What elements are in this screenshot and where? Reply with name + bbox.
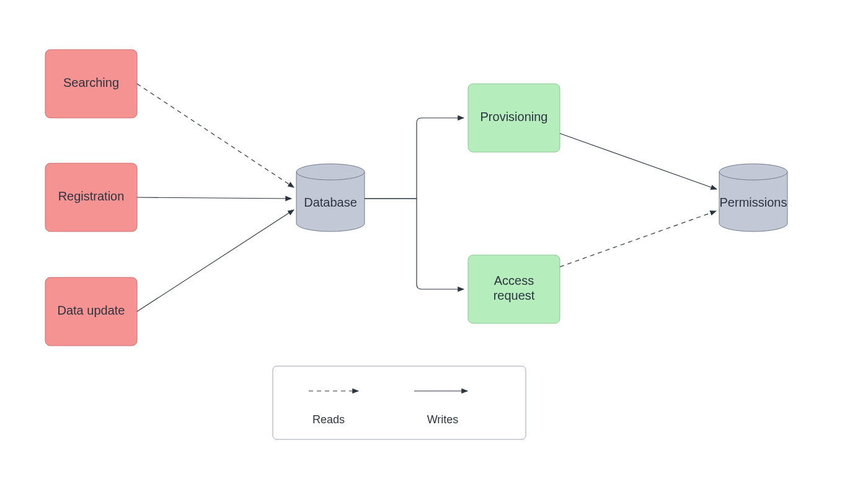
edge-registration-database [137,197,291,199]
legend-writes-label: Writes [427,413,459,426]
edge-access-permissions [560,211,716,267]
node-registration: Registration [45,163,137,231]
label-permissions: Permissions [720,195,787,209]
legend: Reads Writes [273,366,526,439]
edge-database-provisioning [365,118,464,199]
label-registration: Registration [58,189,125,203]
svg-rect-9 [273,366,526,439]
edge-provisioning-permissions [560,133,717,189]
edge-database-access [365,199,464,289]
node-data-update: Data update [45,277,137,346]
label-provisioning: Provisioning [480,110,548,124]
node-searching: Searching [45,50,137,118]
label-database: Database [304,195,357,209]
edge-dataupdate-database [137,210,294,312]
diagram-canvas: Searching Registration Data update Datab… [0,0,868,494]
node-database: Database [296,164,365,231]
label-data-update: Data update [58,303,125,317]
node-access-request: Access request [468,255,560,323]
node-permissions: Permissions [719,164,787,231]
node-provisioning: Provisioning [468,84,560,152]
label-access-request-l2: request [494,289,535,302]
legend-reads-label: Reads [312,413,345,426]
edge-searching-database [137,84,294,187]
label-searching: Searching [63,76,119,89]
label-access-request-l1: Access [494,274,534,287]
